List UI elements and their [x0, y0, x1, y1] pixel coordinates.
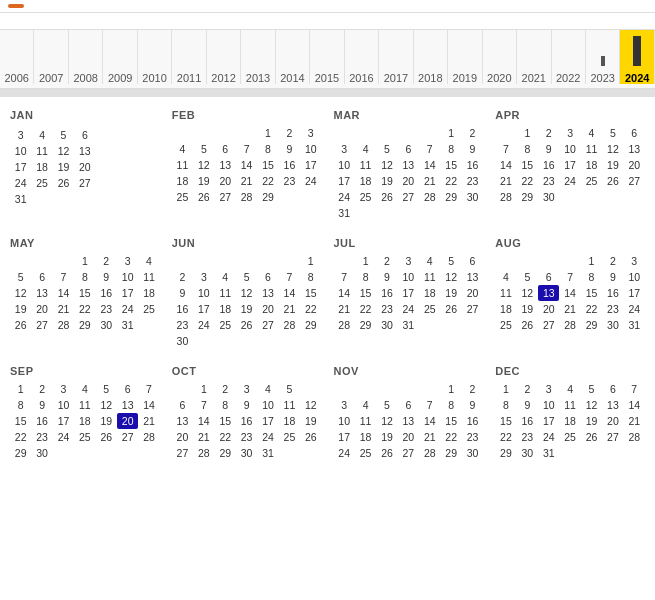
- day-aug-4[interactable]: 4: [495, 269, 516, 285]
- day-jul-10[interactable]: 10: [398, 269, 419, 285]
- day-jun-6[interactable]: 6: [257, 269, 278, 285]
- day-oct-30[interactable]: 30: [236, 445, 257, 461]
- day-apr-2[interactable]: 2: [538, 125, 559, 141]
- day-nov-13[interactable]: 13: [398, 413, 419, 429]
- day-jan-13[interactable]: 13: [74, 143, 95, 159]
- day-apr-4[interactable]: 4: [581, 125, 602, 141]
- day-dec-18[interactable]: 18: [559, 413, 580, 429]
- day-dec-19[interactable]: 19: [581, 413, 602, 429]
- day-jul-3[interactable]: 3: [398, 253, 419, 269]
- day-oct-17[interactable]: 17: [257, 413, 278, 429]
- day-jul-31[interactable]: 31: [398, 317, 419, 333]
- day-may-22[interactable]: 22: [74, 301, 95, 317]
- timeline-year-2022[interactable]: 2022: [552, 30, 586, 84]
- day-nov-17[interactable]: 17: [334, 429, 355, 445]
- day-jul-21[interactable]: 21: [334, 301, 355, 317]
- day-feb-29[interactable]: 29: [257, 189, 278, 205]
- day-oct-9[interactable]: 9: [236, 397, 257, 413]
- timeline-year-2023[interactable]: 2023: [586, 30, 620, 84]
- timeline-year-2012[interactable]: 2012: [207, 30, 241, 84]
- day-aug-19[interactable]: 19: [517, 301, 538, 317]
- timeline-year-2016[interactable]: 2016: [345, 30, 379, 84]
- day-may-3[interactable]: 3: [117, 253, 138, 269]
- day-may-16[interactable]: 16: [96, 285, 117, 301]
- day-jun-15[interactable]: 15: [300, 285, 321, 301]
- day-sep-8[interactable]: 8: [10, 397, 31, 413]
- day-oct-22[interactable]: 22: [215, 429, 236, 445]
- timeline-year-2021[interactable]: 2021: [517, 30, 551, 84]
- day-jul-29[interactable]: 29: [355, 317, 376, 333]
- day-jul-28[interactable]: 28: [334, 317, 355, 333]
- day-dec-1[interactable]: 1: [495, 381, 516, 397]
- day-jun-29[interactable]: 29: [300, 317, 321, 333]
- day-oct-12[interactable]: 12: [300, 397, 321, 413]
- day-mar-20[interactable]: 20: [398, 173, 419, 189]
- day-jan-25[interactable]: 25: [31, 175, 52, 191]
- day-aug-31[interactable]: 31: [624, 317, 645, 333]
- day-oct-2[interactable]: 2: [215, 381, 236, 397]
- day-oct-18[interactable]: 18: [279, 413, 300, 429]
- day-oct-8[interactable]: 8: [215, 397, 236, 413]
- day-nov-29[interactable]: 29: [440, 445, 461, 461]
- day-jul-26[interactable]: 26: [440, 301, 461, 317]
- day-jul-17[interactable]: 17: [398, 285, 419, 301]
- day-oct-24[interactable]: 24: [257, 429, 278, 445]
- day-mar-22[interactable]: 22: [440, 173, 461, 189]
- day-apr-1[interactable]: 1: [517, 125, 538, 141]
- day-apr-9[interactable]: 9: [538, 141, 559, 157]
- day-jul-4[interactable]: 4: [419, 253, 440, 269]
- day-sep-30[interactable]: 30: [31, 445, 52, 461]
- day-mar-29[interactable]: 29: [440, 189, 461, 205]
- day-jul-16[interactable]: 16: [376, 285, 397, 301]
- day-aug-24[interactable]: 24: [624, 301, 645, 317]
- day-feb-22[interactable]: 22: [257, 173, 278, 189]
- day-jul-18[interactable]: 18: [419, 285, 440, 301]
- day-aug-5[interactable]: 5: [517, 269, 538, 285]
- day-may-21[interactable]: 21: [53, 301, 74, 317]
- day-dec-16[interactable]: 16: [517, 413, 538, 429]
- day-jan-26[interactable]: 26: [53, 175, 74, 191]
- day-aug-30[interactable]: 30: [602, 317, 623, 333]
- day-nov-14[interactable]: 14: [419, 413, 440, 429]
- day-feb-27[interactable]: 27: [215, 189, 236, 205]
- day-sep-28[interactable]: 28: [138, 429, 159, 445]
- day-may-28[interactable]: 28: [53, 317, 74, 333]
- day-sep-24[interactable]: 24: [53, 429, 74, 445]
- day-dec-7[interactable]: 7: [624, 381, 645, 397]
- day-oct-20[interactable]: 20: [172, 429, 193, 445]
- day-jan-3[interactable]: 3: [10, 127, 31, 143]
- day-jun-5[interactable]: 5: [236, 269, 257, 285]
- timeline-year-2019[interactable]: 2019: [448, 30, 482, 84]
- day-may-5[interactable]: 5: [10, 269, 31, 285]
- day-dec-3[interactable]: 3: [538, 381, 559, 397]
- day-oct-10[interactable]: 10: [257, 397, 278, 413]
- day-apr-7[interactable]: 7: [495, 141, 516, 157]
- day-sep-23[interactable]: 23: [31, 429, 52, 445]
- day-aug-16[interactable]: 16: [602, 285, 623, 301]
- day-dec-2[interactable]: 2: [517, 381, 538, 397]
- day-jun-1[interactable]: 1: [300, 253, 321, 269]
- day-may-6[interactable]: 6: [31, 269, 52, 285]
- day-mar-5[interactable]: 5: [376, 141, 397, 157]
- day-feb-28[interactable]: 28: [236, 189, 257, 205]
- day-may-23[interactable]: 23: [96, 301, 117, 317]
- day-jan-6[interactable]: 6: [74, 127, 95, 143]
- day-jul-9[interactable]: 9: [376, 269, 397, 285]
- day-nov-23[interactable]: 23: [462, 429, 483, 445]
- day-jan-24[interactable]: 24: [10, 175, 31, 191]
- day-aug-20[interactable]: 20: [538, 301, 559, 317]
- day-nov-27[interactable]: 27: [398, 445, 419, 461]
- day-may-9[interactable]: 9: [96, 269, 117, 285]
- day-apr-17[interactable]: 17: [559, 157, 580, 173]
- day-dec-14[interactable]: 14: [624, 397, 645, 413]
- day-feb-15[interactable]: 15: [257, 157, 278, 173]
- day-sep-22[interactable]: 22: [10, 429, 31, 445]
- day-apr-12[interactable]: 12: [602, 141, 623, 157]
- day-jul-12[interactable]: 12: [440, 269, 461, 285]
- day-jun-2[interactable]: 2: [172, 269, 193, 285]
- day-sep-19[interactable]: 19: [96, 413, 117, 429]
- day-aug-3[interactable]: 3: [624, 253, 645, 269]
- day-jun-11[interactable]: 11: [215, 285, 236, 301]
- day-dec-29[interactable]: 29: [495, 445, 516, 461]
- day-feb-14[interactable]: 14: [236, 157, 257, 173]
